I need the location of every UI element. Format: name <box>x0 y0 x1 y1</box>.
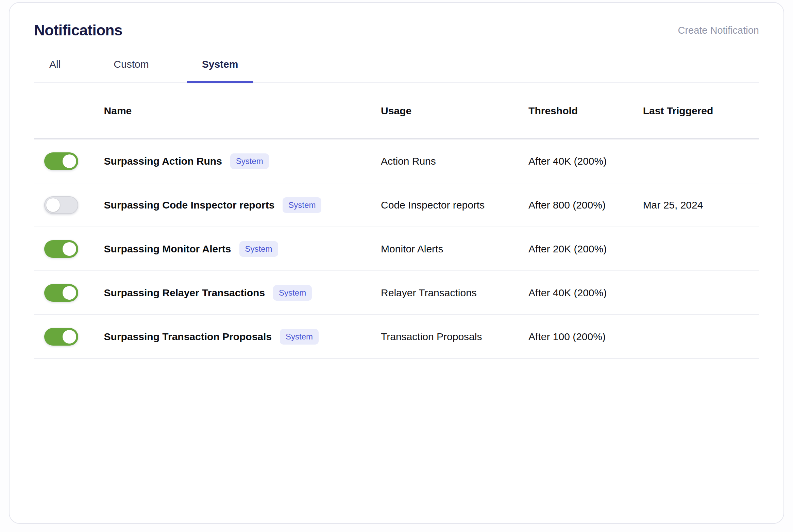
notification-toggle[interactable] <box>44 196 78 214</box>
column-header-last-triggered: Last Triggered <box>643 105 759 117</box>
toggle-knob <box>63 286 76 300</box>
threshold-cell: After 40K (200%) <box>528 155 643 167</box>
usage-cell: Relayer Transactions <box>381 287 528 299</box>
table-row: Surpassing Action Runs System Action Run… <box>34 139 759 183</box>
threshold-cell: After 20K (200%) <box>528 243 643 255</box>
system-badge: System <box>239 241 278 257</box>
usage-cell: Transaction Proposals <box>381 331 528 343</box>
notification-toggle[interactable] <box>44 328 78 346</box>
table-row: Surpassing Monitor Alerts System Monitor… <box>34 227 759 271</box>
notification-name: Surpassing Relayer Transactions <box>104 287 265 299</box>
toggle-knob <box>63 330 76 344</box>
toggle-knob <box>63 242 76 256</box>
usage-cell: Code Inspector reports <box>381 199 528 211</box>
usage-cell: Monitor Alerts <box>381 243 528 255</box>
column-header-name: Name <box>104 105 381 117</box>
column-header-usage: Usage <box>381 105 528 117</box>
notification-toggle[interactable] <box>44 152 78 170</box>
table-row: Surpassing Relayer Transactions System R… <box>34 271 759 315</box>
notification-name: Surpassing Action Runs <box>104 155 222 167</box>
notification-toggle[interactable] <box>44 240 78 258</box>
create-notification-button[interactable]: Create Notification <box>678 25 759 36</box>
tab-custom[interactable]: Custom <box>98 59 164 82</box>
toggle-knob <box>46 198 60 212</box>
notifications-table: Name Usage Threshold Last Triggered Surp… <box>34 83 759 359</box>
system-badge: System <box>280 329 319 345</box>
table-header-row: Name Usage Threshold Last Triggered <box>34 83 759 139</box>
last-triggered-cell: Mar 25, 2024 <box>643 199 759 211</box>
system-badge: System <box>230 153 269 169</box>
notifications-card: Notifications Create Notification All Cu… <box>9 2 784 524</box>
card-header: Notifications Create Notification <box>34 22 759 39</box>
toggle-knob <box>63 154 76 168</box>
notification-toggle[interactable] <box>44 284 78 302</box>
notification-name: Surpassing Monitor Alerts <box>104 243 231 255</box>
page-title: Notifications <box>34 22 122 39</box>
usage-cell: Action Runs <box>381 155 528 167</box>
column-header-threshold: Threshold <box>528 105 643 117</box>
table-row: Surpassing Code Inspector reports System… <box>34 183 759 227</box>
tab-bar: All Custom System <box>34 59 759 83</box>
notification-name: Surpassing Code Inspector reports <box>104 199 275 211</box>
threshold-cell: After 100 (200%) <box>528 331 643 343</box>
system-badge: System <box>273 285 312 301</box>
threshold-cell: After 800 (200%) <box>528 199 643 211</box>
notification-name: Surpassing Transaction Proposals <box>104 331 272 343</box>
tab-system[interactable]: System <box>187 59 254 82</box>
system-badge: System <box>283 197 321 213</box>
tab-all[interactable]: All <box>34 59 76 82</box>
table-row: Surpassing Transaction Proposals System … <box>34 315 759 359</box>
threshold-cell: After 40K (200%) <box>528 287 643 299</box>
